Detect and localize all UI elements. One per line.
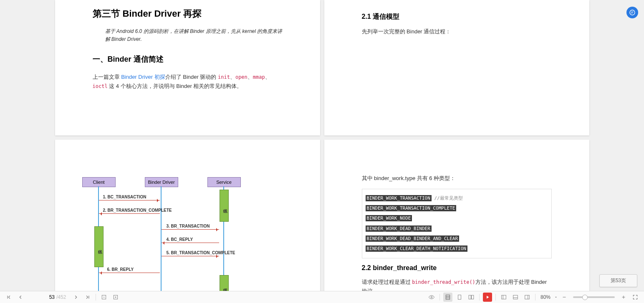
body-paragraph: 上一篇文章 Binder Driver 初探介绍了 Binder 驱动的 ini… bbox=[93, 73, 283, 91]
text: 、 bbox=[230, 74, 235, 80]
page-bottom-left: Client Binder Driver Service 休眠 休眠 休眠 1.… bbox=[55, 140, 320, 291]
code-ioctl: ioctl bbox=[93, 83, 108, 89]
svg-rect-5 bbox=[458, 295, 461, 300]
msg-label: 2. BR_TRANSACTION_COMPLETE bbox=[103, 208, 172, 213]
view-two-page-button[interactable] bbox=[467, 293, 476, 302]
code-inline: binder_thread_write() bbox=[412, 279, 475, 285]
section-title: 一、Binder 通信简述 bbox=[93, 54, 283, 64]
code-open: open bbox=[235, 74, 247, 80]
arrow-right-icon bbox=[162, 229, 219, 230]
code-line: BINDER_WORK_CLEAR_DEATH_NOTIFICATION bbox=[366, 245, 467, 252]
fullscreen-button[interactable] bbox=[631, 293, 640, 302]
zoom-value[interactable]: 80% bbox=[539, 294, 552, 300]
intro-text: 基于 Android 6.0 的源码剖析，在讲解 Binder 原理之前，先从 … bbox=[105, 28, 283, 43]
actor-driver: Binder Driver bbox=[145, 177, 178, 187]
next-page-button[interactable] bbox=[71, 293, 81, 302]
sleep-box: 休眠 bbox=[94, 226, 104, 267]
msg-label: 4. BC_REPLY bbox=[167, 237, 193, 242]
page-number-field[interactable] bbox=[30, 294, 56, 300]
page-indicator-badge: 第53页 bbox=[599, 274, 637, 287]
section-title: 2.2 binder_thread_write bbox=[362, 264, 552, 272]
zoom-in-button[interactable] bbox=[619, 293, 628, 302]
zoom-out-button[interactable] bbox=[560, 293, 569, 302]
sequence-diagram: Client Binder Driver Service 休眠 休眠 休眠 1.… bbox=[74, 177, 241, 291]
svg-rect-10 bbox=[525, 295, 530, 299]
bottom-toolbar: /452 80% bbox=[0, 291, 644, 303]
svg-rect-8 bbox=[502, 295, 506, 299]
layout-left-button[interactable] bbox=[499, 293, 508, 302]
zoom-in-page-button[interactable] bbox=[111, 293, 120, 302]
link-prev-article[interactable]: Binder Driver 初探 bbox=[121, 74, 165, 80]
sleep-box: 休眠 bbox=[220, 190, 229, 222]
page-bottom-right: 其中 binder_work.type 共有 6 种类型： BINDER_WOR… bbox=[324, 140, 589, 291]
section-title: 2.1 通信模型 bbox=[362, 13, 552, 21]
code-mmap: mmap bbox=[253, 74, 265, 80]
svg-rect-9 bbox=[513, 295, 518, 299]
text: 上一篇文章 bbox=[93, 74, 121, 80]
zoom-controls: 80% bbox=[539, 293, 628, 302]
svg-rect-6 bbox=[469, 295, 471, 299]
text: 请求处理过程是通过 bbox=[362, 279, 412, 285]
page-number-input[interactable]: /452 bbox=[28, 293, 69, 302]
code-line: BINDER_WORK_TRANSACTION bbox=[366, 195, 432, 201]
code-line: BINDER_WORK_DEAD_BINDER_AND_CLEAR bbox=[366, 235, 460, 242]
msg-label: 3. BR_TRANSACTION bbox=[167, 224, 210, 228]
layout-bottom-button[interactable] bbox=[511, 293, 520, 302]
layout-right-button[interactable] bbox=[523, 293, 532, 302]
code-init: init bbox=[218, 74, 230, 80]
sleep-box: 休眠 bbox=[220, 275, 229, 291]
svg-point-0 bbox=[630, 10, 635, 15]
page-top-left: 第三节 Binder Driver 再探 基于 Android 6.0 的源码剖… bbox=[55, 0, 320, 135]
code-line: BINDER_WORK_NODE bbox=[366, 215, 412, 221]
text: 这 4 个核心方法，并说明与 Binder 相关的常见结构体。 bbox=[108, 83, 242, 89]
zoom-dropdown-icon[interactable] bbox=[554, 295, 558, 299]
text: 、 bbox=[247, 74, 253, 80]
zoom-out-page-button[interactable] bbox=[99, 293, 109, 302]
code-comment: //最常见类型 bbox=[432, 195, 463, 201]
arrow-left-icon bbox=[99, 273, 160, 273]
zoom-slider-thumb[interactable] bbox=[582, 295, 588, 300]
code-line: BINDER_WORK_TRANSACTION_COMPLETE bbox=[366, 205, 457, 211]
msg-label: 5. BR_TRANSACTION_COMPLETE bbox=[167, 250, 235, 255]
page-top-right: 2.1 通信模型 先列举一次完整的 Binder 通信过程： bbox=[324, 0, 589, 135]
arrow-left-icon bbox=[99, 213, 160, 214]
body-paragraph: 请求处理过程是通过 binder_thread_write()方法，该方法用于处… bbox=[362, 278, 552, 291]
view-single-button[interactable] bbox=[443, 293, 452, 302]
document-viewport[interactable]: 第三节 Binder Driver 再探 基于 Android 6.0 的源码剖… bbox=[0, 0, 644, 291]
lifeline bbox=[161, 186, 162, 291]
svg-rect-4 bbox=[446, 295, 450, 300]
arrow-left-icon bbox=[162, 243, 219, 243]
actor-client: Client bbox=[82, 177, 116, 187]
msg-label: 1. BC_TRANSACTION bbox=[103, 195, 146, 199]
first-page-button[interactable] bbox=[4, 293, 13, 302]
code-block: BINDER_WORK_TRANSACTION //最常见类型 BINDER_W… bbox=[362, 189, 552, 258]
view-page-button[interactable] bbox=[455, 293, 464, 302]
code-line: BINDER_WORK_DEAD_BINDER bbox=[366, 225, 432, 232]
svg-rect-7 bbox=[472, 295, 474, 299]
slideshow-button[interactable] bbox=[483, 293, 492, 302]
arrow-right-icon bbox=[162, 256, 219, 256]
text: 、 bbox=[265, 74, 270, 80]
assistant-float-button[interactable] bbox=[626, 7, 638, 18]
arrow-right-icon bbox=[99, 200, 160, 200]
body-paragraph: 其中 binder_work.type 共有 6 种类型： bbox=[362, 174, 552, 183]
svg-point-3 bbox=[431, 296, 432, 298]
body-paragraph: 先列举一次完整的 Binder 通信过程： bbox=[362, 27, 552, 36]
zoom-slider[interactable] bbox=[573, 296, 615, 298]
page-title: 第三节 Binder Driver 再探 bbox=[93, 8, 283, 20]
eye-protect-button[interactable] bbox=[427, 293, 436, 302]
prev-page-button[interactable] bbox=[16, 293, 25, 302]
msg-label: 6. BR_REPLY bbox=[107, 267, 134, 272]
actor-service: Service bbox=[207, 177, 241, 187]
last-page-button[interactable] bbox=[83, 293, 92, 302]
text: 介绍了 Binder 驱动的 bbox=[165, 74, 218, 80]
page-total: /452 bbox=[56, 294, 66, 300]
